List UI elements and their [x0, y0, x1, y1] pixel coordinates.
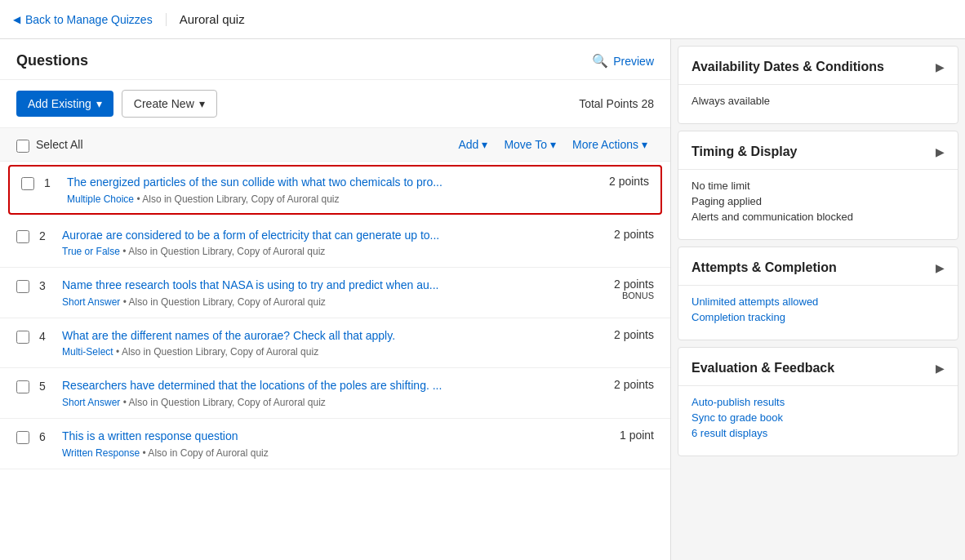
move-to-chevron-icon: ▾: [550, 138, 556, 151]
question-number-1: 1: [44, 176, 57, 189]
question-points-container-4: 2 points: [605, 328, 654, 341]
question-library-2: • Also in Question Library, Copy of Auro…: [122, 246, 325, 257]
add-existing-label: Add Existing: [28, 97, 91, 110]
move-to-button[interactable]: Move To ▾: [497, 135, 563, 154]
sidebar-header-evaluation[interactable]: Evaluation & Feedback ▶: [678, 348, 958, 386]
question-text-5[interactable]: Researchers have determined that the loc…: [62, 378, 595, 394]
question-number-5: 5: [39, 380, 52, 393]
question-meta-5: Short Answer • Also in Question Library,…: [62, 397, 595, 408]
question-text-1[interactable]: The energized particles of the sun colli…: [67, 175, 590, 191]
preview-button[interactable]: 🔍 Preview: [592, 53, 654, 69]
sidebar-body-timing: No time limitPaging appliedAlerts and co…: [678, 170, 958, 239]
question-points-3: 2 points: [605, 278, 654, 291]
question-library-4: • Also in Question Library, Copy of Auro…: [116, 346, 318, 358]
question-checkbox-4[interactable]: [16, 331, 29, 344]
question-meta-3: Short Answer • Also in Question Library,…: [62, 296, 595, 308]
question-number-3: 3: [39, 279, 52, 292]
question-type-5: Short Answer: [62, 397, 120, 408]
question-content-4: What are the different names of the auro…: [62, 328, 595, 358]
sidebar-plain-availability-0: Always available: [692, 95, 945, 107]
question-points-container-3: 2 points BONUS: [605, 278, 654, 300]
sidebar-section-evaluation: Evaluation & Feedback ▶ Auto-publish res…: [678, 347, 958, 456]
total-points: Total Points 28: [579, 97, 654, 110]
question-item-6: 6 This is a written response question Wr…: [0, 419, 670, 469]
sidebar-header-availability[interactable]: Availability Dates & Conditions ▶: [678, 47, 958, 85]
question-type-6: Written Response: [62, 447, 140, 459]
select-all-actions: Add ▾ Move To ▾ More Actions ▾: [451, 135, 654, 154]
toolbar-left: Add Existing ▾ Create New ▾: [16, 90, 217, 118]
question-item-2: 2 Aurorae are considered to be a form of…: [0, 218, 670, 269]
question-meta-6: Written Response • Also in Copy of Auror…: [62, 447, 595, 459]
sidebar-section-timing: Timing & Display ▶ No time limitPaging a…: [678, 131, 958, 240]
toolbar: Add Existing ▾ Create New ▾ Total Points…: [0, 80, 670, 128]
select-all-label: Select All: [36, 138, 83, 151]
sidebar-chevron-attempts-icon: ▶: [936, 261, 945, 274]
back-link[interactable]: ◀ Back to Manage Quizzes: [13, 13, 167, 26]
question-text-3[interactable]: Name three research tools that NASA is u…: [62, 278, 595, 294]
sidebar-chevron-evaluation-icon: ▶: [936, 362, 945, 375]
question-checkbox-3[interactable]: [16, 280, 29, 293]
create-new-label: Create New: [134, 97, 194, 110]
question-number-4: 4: [39, 330, 52, 343]
sidebar-chevron-timing-icon: ▶: [936, 145, 945, 158]
top-bar: ◀ Back to Manage Quizzes Auroral quiz: [0, 0, 965, 39]
create-new-button[interactable]: Create New ▾: [122, 90, 217, 118]
question-type-4: Multi-Select: [62, 346, 113, 358]
question-points-container-2: 2 points: [605, 228, 654, 241]
add-existing-button[interactable]: Add Existing ▾: [16, 91, 113, 117]
sidebar-chevron-availability-icon: ▶: [936, 60, 945, 73]
question-type-3: Short Answer: [62, 296, 120, 308]
question-item-5: 5 Researchers have determined that the l…: [0, 368, 670, 419]
sidebar-detail-evaluation-2: 6 result displays: [692, 427, 945, 439]
add-label: Add: [458, 138, 478, 151]
question-points-2: 2 points: [605, 228, 654, 241]
create-new-chevron-icon: ▾: [199, 97, 205, 110]
question-meta-1: Multiple Choice • Also in Question Libra…: [67, 193, 590, 205]
sidebar-section-availability: Availability Dates & Conditions ▶ Always…: [678, 46, 958, 124]
question-number-2: 2: [39, 229, 52, 242]
question-checkbox-5[interactable]: [16, 380, 29, 393]
question-content-5: Researchers have determined that the loc…: [62, 378, 595, 408]
back-label: Back to Manage Quizzes: [25, 13, 153, 26]
more-actions-label: More Actions: [572, 138, 638, 151]
question-checkbox-2[interactable]: [16, 230, 29, 243]
select-all-bar: Select All Add ▾ Move To ▾ More Actions …: [0, 128, 670, 162]
question-text-2[interactable]: Aurorae are considered to be a form of e…: [62, 228, 595, 244]
bonus-label-3: BONUS: [605, 291, 654, 300]
question-points-container-1: 2 points: [600, 175, 649, 188]
sidebar-detail-evaluation-1: Sync to grade book: [692, 411, 945, 424]
question-content-3: Name three research tools that NASA is u…: [62, 278, 595, 308]
sidebar-title-availability: Availability Dates & Conditions: [692, 60, 884, 74]
sidebar-header-attempts[interactable]: Attempts & Completion ▶: [678, 247, 958, 286]
question-library-1: • Also in Question Library, Copy of Auro…: [136, 193, 339, 205]
right-panel: Availability Dates & Conditions ▶ Always…: [671, 39, 965, 560]
sidebar-plain-timing-1: Paging applied: [692, 195, 945, 207]
questions-list: 1 The energized particles of the sun col…: [0, 162, 670, 560]
question-text-6[interactable]: This is a written response question: [62, 429, 595, 445]
question-points-4: 2 points: [605, 328, 654, 341]
sidebar-detail-evaluation-0: Auto-publish results: [692, 396, 945, 408]
quiz-title: Auroral quiz: [167, 12, 245, 26]
questions-header: Questions 🔍 Preview: [0, 39, 670, 80]
sidebar-title-attempts: Attempts & Completion: [692, 260, 837, 275]
question-points-6: 1 point: [605, 429, 654, 442]
question-checkbox-6[interactable]: [16, 431, 29, 444]
question-item-3: 3 Name three research tools that NASA is…: [0, 268, 670, 318]
question-library-5: • Also in Question Library, Copy of Auro…: [123, 397, 326, 408]
select-all-checkbox[interactable]: [16, 140, 29, 153]
sidebar-header-timing[interactable]: Timing & Display ▶: [678, 131, 958, 170]
question-points-1: 2 points: [600, 175, 649, 188]
add-action-button[interactable]: Add ▾: [451, 135, 494, 154]
more-actions-chevron-icon: ▾: [642, 138, 647, 151]
question-item-1: 1 The energized particles of the sun col…: [8, 165, 662, 215]
chevron-left-icon: ◀: [13, 14, 20, 25]
sidebar-title-evaluation: Evaluation & Feedback: [692, 361, 834, 376]
questions-panel: Questions 🔍 Preview Add Existing ▾ Creat…: [0, 39, 671, 560]
question-library-3: • Also in Question Library, Copy of Auro…: [123, 296, 326, 308]
more-actions-button[interactable]: More Actions ▾: [566, 135, 654, 154]
question-meta-2: True or False • Also in Question Library…: [62, 246, 595, 257]
main-layout: Questions 🔍 Preview Add Existing ▾ Creat…: [0, 39, 965, 560]
question-checkbox-1[interactable]: [21, 177, 34, 190]
question-library-6: • Also in Copy of Auroral quiz: [143, 447, 269, 459]
question-text-4[interactable]: What are the different names of the auro…: [62, 328, 595, 344]
